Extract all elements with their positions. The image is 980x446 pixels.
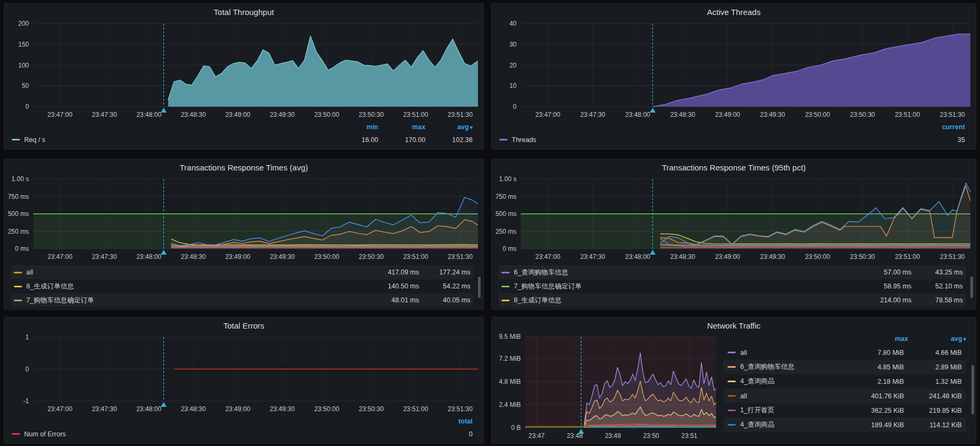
- legend-item[interactable]: 8_生成订单信息140.50 ms54.22 ms: [11, 279, 474, 293]
- legend-item-label[interactable]: Threads: [512, 136, 536, 144]
- x-axis-label: 23:49:00: [225, 111, 250, 118]
- legend-item[interactable]: all417.09 ms177.24 ms: [11, 265, 474, 279]
- legend-item-label[interactable]: 7_购物车信息确定订单: [514, 282, 581, 291]
- panel-active-threads: Active Threads 01020304023:47:0023:47:30…: [491, 3, 976, 150]
- sort-caret-icon: ▾: [470, 124, 473, 130]
- y-axis-label: 7.2 MiB: [499, 355, 521, 362]
- sort-caret-icon: ▾: [963, 336, 966, 342]
- x-axis-label: 23:51:30: [940, 253, 965, 261]
- legend-item[interactable]: Num of Errors0: [12, 427, 473, 441]
- series-dash-icon: [502, 286, 510, 287]
- legend-item[interactable]: all7.80 MiB4.66 MiB: [723, 345, 966, 360]
- active-threads-legend: currentThreads35: [492, 122, 976, 147]
- x-axis-label: 23:47:30: [580, 111, 605, 118]
- total-throughput-chart[interactable]: 05010015020023:47:0023:47:3023:48:0023:4…: [4, 19, 483, 122]
- x-axis-label: 23:50:00: [314, 253, 339, 261]
- legend-value: 58.95 ms: [860, 283, 911, 290]
- response-times-95th-chart[interactable]: 0 ms250 ms500 ms750 ms1.00 s23:47:0023:4…: [492, 174, 976, 264]
- x-axis-label: 23:51:00: [403, 111, 428, 118]
- legend-item-label[interactable]: all: [740, 392, 747, 400]
- series-dash-icon: [728, 366, 736, 368]
- legend-item[interactable]: 7_购物车信息确定订单48.01 ms40.05 ms: [11, 293, 474, 307]
- panel-title[interactable]: Total Throughput: [4, 6, 483, 19]
- legend-value: 219.85 KiB: [904, 407, 962, 414]
- legend-item-label[interactable]: 7_购物车信息确定订单: [26, 296, 94, 305]
- series-dash-icon: [14, 286, 22, 287]
- x-axis-label: 23:49:00: [715, 111, 740, 118]
- legend-headers: current: [499, 122, 965, 133]
- legend-item[interactable]: all401.76 KiB241.48 KiB: [723, 389, 966, 403]
- x-axis-label: 23:51:30: [940, 111, 965, 118]
- x-axis-label: 23:51:00: [895, 253, 920, 261]
- legend-item-label[interactable]: Num of Errors: [24, 430, 66, 438]
- legend-header-avg[interactable]: avg▾: [425, 122, 473, 133]
- y-axis-label: 10: [510, 82, 517, 90]
- legend-item[interactable]: 7_购物车信息确定订单58.95 ms52.10 ms: [498, 279, 966, 293]
- y-axis-label: 20: [510, 62, 517, 69]
- legend-item[interactable]: 8_生成订单信息214.00 ms78.58 ms: [498, 293, 966, 307]
- annotation-marker-icon[interactable]: [161, 108, 167, 113]
- legend-headers: maxavg▾: [723, 332, 966, 345]
- panel-title[interactable]: Network Traffic: [492, 319, 976, 332]
- legend-item[interactable]: 6_查询购物车信息57.00 ms43.25 ms: [498, 265, 966, 279]
- legend-item-label[interactable]: all: [26, 269, 33, 276]
- annotation-marker-icon[interactable]: [650, 250, 656, 255]
- legend-item-label[interactable]: 4_查询商品: [740, 420, 774, 429]
- legend-value: 4.66 MiB: [904, 349, 962, 356]
- legend-header-total[interactable]: total: [425, 416, 473, 427]
- total-errors-legend: totalNum of Errors0: [4, 416, 483, 442]
- legend-item[interactable]: Req / s16.00170.00102.36: [12, 133, 473, 146]
- x-axis-label: 23:48:30: [181, 111, 206, 118]
- legend-item[interactable]: 1_打开首页362.25 KiB219.85 KiB: [723, 403, 966, 418]
- legend-header-max[interactable]: max: [378, 122, 425, 133]
- total-errors-chart[interactable]: -10123:47:0023:47:3023:48:0023:48:3023:4…: [4, 332, 483, 416]
- y-axis-label: 250 ms: [496, 228, 517, 235]
- x-axis-label: 23:48:00: [136, 253, 161, 261]
- annotation-marker-icon[interactable]: [161, 250, 167, 255]
- panel-title[interactable]: Total Errors: [4, 319, 483, 332]
- legend-item-label[interactable]: 8_生成订单信息: [514, 296, 562, 305]
- series-dash-icon: [12, 139, 20, 140]
- network-traffic-chart[interactable]: 0 B2.4 MiB4.8 MiB7.2 MiB9.5 MiB23:4723:4…: [492, 332, 719, 442]
- legend-item[interactable]: 4_查询商品2.18 MiB1.32 MiB: [723, 374, 966, 389]
- legend-value: 102.36: [425, 136, 473, 144]
- legend-item-label[interactable]: all: [740, 349, 747, 356]
- legend-item[interactable]: Threads35: [499, 133, 965, 146]
- panel-title[interactable]: Transactions Response Times (95th pct): [492, 161, 976, 174]
- legend-header-max[interactable]: max: [850, 332, 908, 345]
- y-axis-label: 30: [510, 41, 517, 48]
- y-axis-label: 1: [25, 333, 29, 341]
- legend-header-min[interactable]: min: [331, 122, 378, 133]
- y-axis-label: 40: [510, 20, 517, 27]
- y-axis-label: 750 ms: [496, 193, 517, 200]
- x-axis-label: 23:51:30: [447, 253, 473, 261]
- active-threads-chart[interactable]: 01020304023:47:0023:47:3023:48:0023:48:3…: [492, 19, 976, 122]
- x-axis-label: 23:47:30: [92, 111, 117, 118]
- annotation-marker-icon[interactable]: [650, 108, 656, 113]
- legend-value: 0: [425, 430, 473, 438]
- legend-item[interactable]: 6_查询购物车信息4.85 MiB2.89 MiB: [723, 360, 966, 374]
- response-times-95th-legend: 6_查询购物车信息57.00 ms43.25 ms7_购物车信息确定订单58.9…: [493, 265, 975, 308]
- legend-scrollbar[interactable]: [970, 277, 973, 298]
- x-axis-label: 23:51:30: [447, 405, 473, 413]
- annotation-marker-icon[interactable]: [161, 402, 167, 407]
- legend-value: 362.25 KiB: [846, 407, 904, 414]
- x-axis-label: 23:50: [643, 432, 659, 440]
- legend-value: 78.58 ms: [911, 296, 963, 304]
- legend-values: 140.50 ms54.22 ms: [368, 283, 470, 290]
- legend-item-label[interactable]: 6_查询购物车信息: [514, 268, 568, 277]
- legend-item-label[interactable]: 4_查询商品: [740, 377, 774, 386]
- legend-item-label[interactable]: 1_打开首页: [740, 406, 774, 415]
- legend-header-avg[interactable]: avg▾: [908, 332, 966, 345]
- legend-item-label[interactable]: Req / s: [24, 136, 46, 144]
- legend-item-label[interactable]: 6_查询购物车信息: [740, 362, 794, 371]
- panel-title[interactable]: Transactions Response Times (avg): [4, 161, 483, 174]
- legend-scrollbar[interactable]: [478, 277, 481, 298]
- legend-scrollbar[interactable]: [971, 365, 974, 414]
- response-times-avg-chart[interactable]: 0 ms250 ms500 ms750 ms1.00 s23:47:0023:4…: [4, 174, 483, 264]
- legend-item[interactable]: 4_查询商品189.49 KiB114.12 KiB: [723, 418, 966, 432]
- panel-title[interactable]: Active Threads: [492, 6, 976, 19]
- panel-response-times-avg: Transactions Response Times (avg) 0 ms25…: [4, 159, 484, 310]
- legend-item-label[interactable]: 8_生成订单信息: [26, 282, 74, 291]
- legend-header-current[interactable]: current: [918, 122, 965, 133]
